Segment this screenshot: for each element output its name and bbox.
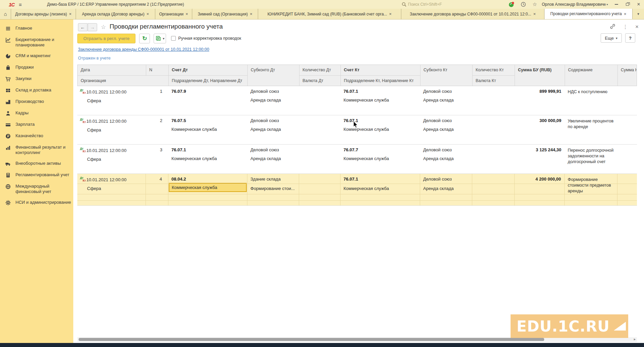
col-content[interactable]: Содержание [565, 65, 618, 86]
tab-arenda-sklada[interactable]: Аренда склада (Договор аренды)× [76, 9, 155, 19]
current-user[interactable]: Орлов Александр Владимирович [542, 0, 604, 9]
col-date[interactable]: Дата [78, 65, 146, 76]
manual-adjustment-checkbox[interactable]: Ручная корректировка проводок [171, 36, 241, 41]
window-menu-icon[interactable]: ≡▾ [602, 0, 610, 9]
col-account-dt[interactable]: Счет Дт [169, 65, 248, 76]
sidebar-item-glavnoe[interactable]: Главное [0, 23, 73, 34]
shopping-bag-icon [5, 65, 11, 71]
1c-logo: 1С [9, 0, 14, 9]
dtkt-icon: ДтКт [80, 118, 86, 124]
sidebar-item-budzhetirovanie[interactable]: Бюджетирование и планирование [0, 34, 73, 50]
tab-zimniy-sad[interactable]: Зимний сад (Организация)× [192, 9, 258, 19]
form-close-icon[interactable]: × [635, 24, 639, 30]
col-amount-bu[interactable]: Сумма БУ (RUB) [515, 65, 565, 86]
sidebar-item-crm[interactable]: CRM и маркетинг [0, 50, 73, 62]
post-to-regl-accounting-button[interactable]: Отразить в регл. учете [77, 34, 135, 43]
cell-account-kt: 76.07.1 [340, 86, 420, 94]
form-provodki: ← → ☆ Проводки регламентированного учета… [73, 20, 644, 343]
col-quantity-dt[interactable]: Количество Дт [299, 65, 341, 76]
tab-list-dropdown[interactable]: ▾ [633, 9, 644, 19]
history-icon[interactable] [520, 0, 527, 9]
scroll-right-arrow-icon[interactable]: ► [633, 338, 636, 341]
table-row[interactable]: ДтКт10.01.2021 12:00:00Сфера 1 76.07.9 Д… [77, 86, 637, 115]
restore-button[interactable] [623, 0, 631, 9]
chevron-down-icon[interactable]: ▾ [163, 37, 164, 40]
table-row[interactable]: ДтКт10.01.2021 12:00:00Сфера 2 76.07.5Ко… [77, 115, 637, 145]
cell-subconto-dt2: Аренда склада [247, 94, 299, 103]
sidebar-item-reglamentirovanny[interactable]: Регламентированный учет [0, 169, 73, 181]
cell-subconto-kt1: Деловой союз [420, 174, 472, 182]
tab-close-icon[interactable]: × [389, 11, 392, 16]
hamburger-icon [5, 26, 11, 32]
pie-chart-icon [5, 53, 11, 59]
col-division-dt[interactable]: Подразделение Дт, Направление Дт [169, 76, 248, 86]
refresh-button[interactable]: ↻ [139, 34, 150, 43]
sidebar-item-proizvodstvo[interactable]: Производство [0, 96, 73, 108]
cell-amount-bu: 300 000,09 [515, 115, 565, 144]
reflect-document-split-button[interactable]: ▾ [154, 34, 166, 43]
col-n[interactable]: N [146, 65, 169, 76]
sidebar-item-zarplata[interactable]: Зарплата [0, 119, 73, 130]
col-division-kt[interactable]: Подразделение Кт, Направление Кт [341, 76, 420, 86]
tab-dogovory-arendy[interactable]: Договоры аренды (лизинга)× [11, 9, 76, 19]
col-amount-nu[interactable]: Сумма Н [618, 65, 637, 86]
sidebar-item-sklad[interactable]: Склад и доставка [0, 85, 73, 96]
horizontal-scrollbar[interactable]: ► [77, 337, 637, 342]
tab-close-icon[interactable]: × [186, 11, 188, 16]
col-currency-dt[interactable]: Валюта Дт [299, 76, 341, 86]
ruble-circle-icon [5, 133, 11, 139]
tab-close-icon[interactable]: × [147, 11, 149, 16]
tab-organizacii[interactable]: Организации× [155, 9, 192, 19]
col-currency-kt[interactable]: Валюта Кт [473, 76, 515, 86]
get-link-icon[interactable] [610, 24, 615, 30]
favorites-star-icon[interactable]: ☆ [531, 0, 538, 9]
table-row-selected[interactable]: ДтКт10.01.2021 12:00:00Сфера 4 08.04.2Ко… [77, 174, 637, 206]
help-button[interactable]: ? [625, 33, 635, 43]
main-menu-icon[interactable]: ≡ [19, 0, 22, 9]
tab-unicredit-bank[interactable]: ЮНИКРЕДИТ БАНК, Зимний сад (RUB) (Банков… [258, 9, 401, 19]
window-close-button[interactable]: × [635, 0, 643, 9]
tab-home[interactable]: ⌂ [0, 9, 11, 19]
back-button[interactable]: ← [78, 23, 87, 31]
tab-close-icon[interactable]: × [250, 11, 252, 16]
favorite-star-icon[interactable]: ☆ [101, 24, 106, 31]
selected-cell-division-dt[interactable]: Коммерческая служба [169, 183, 247, 192]
table-row[interactable]: ДтКт10.01.2021 12:00:00Сфера 3 76.07.1Ко… [77, 145, 637, 174]
support-icon[interactable] [508, 0, 515, 9]
factory-icon [5, 99, 11, 105]
col-account-kt[interactable]: Счет Кт [341, 65, 420, 76]
truck-icon [5, 161, 11, 167]
scrollbar-thumb[interactable] [79, 338, 544, 341]
global-search[interactable] [402, 0, 479, 9]
checkbox-box[interactable] [171, 36, 176, 41]
sidebar-item-mezhdunarodny[interactable]: Международный финансовый учет [0, 181, 73, 197]
col-subconto-kt[interactable]: Субконто Кт [420, 65, 473, 86]
sidebar-item-zakupki[interactable]: Закупки [0, 73, 73, 85]
col-organization[interactable]: Организация [78, 76, 169, 86]
sidebar-item-vneoborotnye[interactable]: Внеоборотные активы [0, 158, 73, 169]
minimize-button[interactable] [612, 0, 620, 9]
source-document-link[interactable]: Заключение договора аренды СФ00-000001 о… [78, 47, 209, 52]
sections-sidebar: Главное Бюджетирование и планирование CR… [0, 20, 73, 343]
sidebar-item-kaznacheystvo[interactable]: Казначейство [0, 130, 73, 142]
col-subconto-dt[interactable]: Субконто Дт [248, 65, 299, 86]
forward-button[interactable]: → [88, 23, 97, 31]
tab-zakluchenie-dogovora[interactable]: Заключение договора аренды СФ00-000001 о… [401, 9, 545, 19]
kebab-menu-icon[interactable]: ⋮ [623, 24, 628, 30]
cell-subconto-kt2: Аренда склада [420, 182, 472, 191]
cell-account-kt: 76.07.7 [340, 145, 420, 152]
tab-close-icon[interactable]: × [624, 11, 627, 16]
sidebar-item-nsi[interactable]: НСИ и администрирование [0, 197, 73, 208]
more-button[interactable]: Еще▾ [601, 33, 622, 43]
col-quantity-kt[interactable]: Количество Кт [473, 65, 515, 76]
tab-provodki-active[interactable]: Проводки регламентированного учета× [545, 9, 633, 19]
sidebar-item-prodazhi[interactable]: Продажи [0, 62, 73, 73]
cell-division-kt: Коммерческая служба [340, 152, 420, 161]
tab-close-icon[interactable]: × [69, 11, 72, 16]
cell-division-dt [168, 94, 247, 98]
sidebar-item-kadry[interactable]: Кадры [0, 108, 73, 119]
search-input[interactable] [408, 2, 472, 7]
cell-subconto-dt2: Формирование стои... [247, 182, 299, 191]
tab-close-icon[interactable]: × [533, 11, 536, 16]
sidebar-item-finrezultat[interactable]: Финансовый результат и контроллинг [0, 142, 73, 158]
